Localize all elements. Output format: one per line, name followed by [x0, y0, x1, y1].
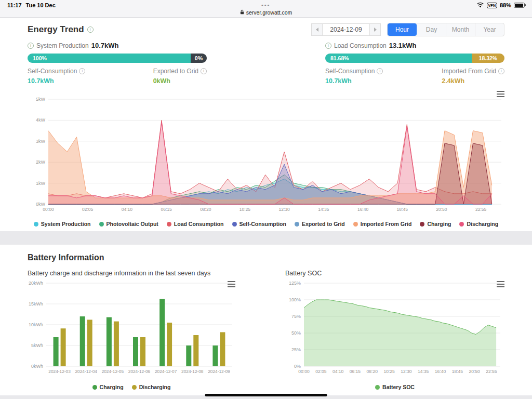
tab-overview-dots[interactable]: •••: [261, 3, 271, 8]
legend-label: Charging: [100, 384, 124, 390]
legend-label: Photovoltaic Output: [107, 221, 158, 227]
imported-from-grid-label: Imported From Grid: [442, 68, 496, 75]
legend-dot: [459, 222, 464, 227]
svg-text:00:00: 00:00: [43, 207, 54, 212]
legend-item-system-production[interactable]: System Production: [34, 221, 91, 227]
legend-dot: [295, 222, 299, 227]
date-pager: 2024-12-09: [311, 23, 381, 36]
progress-segment: 0%: [191, 54, 207, 63]
legend-item-load-consumption[interactable]: Load Consumption: [167, 221, 224, 227]
svg-text:2024-12-03: 2024-12-03: [48, 369, 71, 374]
info-icon[interactable]: [325, 43, 331, 49]
legend-label: System Production: [41, 221, 91, 227]
tab-year[interactable]: Year: [475, 23, 504, 36]
next-date-button[interactable]: [369, 23, 381, 36]
legend-item-charging[interactable]: Charging: [92, 384, 124, 390]
legend-label: Discharging: [139, 384, 171, 390]
legend-label: Load Consumption: [174, 221, 224, 227]
date-picker[interactable]: 2024-12-09: [323, 23, 369, 36]
tab-hour[interactable]: Hour: [388, 23, 417, 36]
info-icon[interactable]: [79, 68, 85, 74]
legend-dot: [375, 385, 380, 390]
consumption-value: 13.1kWh: [389, 42, 417, 49]
url-text: server.growatt.com: [246, 9, 292, 16]
self-consumption-value: 10.7kWh: [28, 77, 85, 85]
legend-item-self-consumption[interactable]: Self-Consumption: [232, 221, 286, 227]
legend-dot: [353, 222, 358, 227]
battery-charge-discharge-chart[interactable]: 0kWh5kWh10kWh15kWh20kWh2024-12-032024-12…: [28, 279, 235, 383]
tab-day[interactable]: Day: [417, 23, 446, 36]
battery-bar-chart-title: Battery charge and discharge information…: [28, 270, 235, 277]
svg-text:75%: 75%: [291, 314, 301, 319]
legend-label: Discharging: [467, 221, 498, 227]
legend-label: Battery SOC: [382, 384, 415, 390]
svg-text:22:55: 22:55: [486, 369, 497, 374]
svg-text:00:00: 00:00: [298, 369, 310, 374]
svg-text:18:45: 18:45: [452, 369, 463, 374]
svg-text:0kW: 0kW: [36, 202, 46, 207]
svg-text:5kWh: 5kWh: [31, 343, 43, 348]
svg-text:15kWh: 15kWh: [29, 301, 43, 307]
info-icon[interactable]: [87, 26, 94, 33]
self-consumption-value: 10.7kWh: [325, 77, 383, 85]
battery-soc-chart[interactable]: 0%25%50%75%100%125%00:0002:0504:1006:150…: [285, 279, 504, 383]
info-icon[interactable]: [28, 43, 34, 49]
svg-text:12:30: 12:30: [401, 369, 412, 374]
legend-item-photovoltaic-output[interactable]: Photovoltaic Output: [99, 221, 158, 227]
info-icon[interactable]: [201, 68, 207, 74]
chart-menu-icon[interactable]: [497, 91, 504, 97]
energy-trend-card: Energy Trend 2024-12-09 HourDayMonthYear…: [0, 18, 532, 231]
production-value: 10.7kWh: [91, 42, 119, 49]
legend-label: Exported to Grid: [302, 221, 345, 227]
energy-trend-chart[interactable]: 0kW1kW2kW3kW4kW5kW00:0002:0504:1006:1508…: [28, 93, 504, 220]
chart-menu-icon[interactable]: [497, 281, 504, 287]
battery-information-card: Battery Information Battery charge and d…: [0, 245, 532, 395]
prev-date-button[interactable]: [311, 23, 323, 36]
self-consumption-label: Self-Consumption: [325, 68, 375, 75]
safari-address-bar[interactable]: server.growatt.com: [0, 9, 532, 18]
battery-information-title: Battery Information: [28, 253, 504, 262]
battery-bar-legend: ChargingDischarging: [28, 384, 235, 390]
svg-text:22:55: 22:55: [475, 207, 487, 212]
svg-text:10kWh: 10kWh: [29, 322, 43, 327]
svg-text:06:15: 06:15: [161, 207, 172, 212]
legend-item-exported-to-grid[interactable]: Exported to Grid: [295, 221, 345, 227]
production-progress-bar: 100%0%: [28, 54, 207, 63]
progress-segment: 18.32%: [472, 54, 504, 63]
legend-item-imported-from-grid[interactable]: Imported From Grid: [353, 221, 412, 227]
production-label: System Production: [36, 42, 89, 49]
svg-text:0%: 0%: [294, 364, 301, 369]
legend-item-discharging[interactable]: Discharging: [459, 221, 498, 227]
svg-text:5kW: 5kW: [36, 97, 46, 102]
self-consumption-label: Self-Consumption: [28, 68, 77, 75]
legend-item-battery-soc[interactable]: Battery SOC: [375, 384, 415, 390]
legend-item-charging[interactable]: Charging: [420, 221, 451, 227]
status-bar: 11:17 Tue 10 Dec ••• VPN 88%: [0, 0, 532, 9]
legend-item-discharging[interactable]: Discharging: [132, 384, 171, 390]
home-indicator[interactable]: [205, 394, 327, 396]
status-date: Tue 10 Dec: [26, 2, 56, 8]
svg-text:20:50: 20:50: [469, 369, 480, 374]
consumption-stats: Load Consumption 13.1kWh 81.68%18.32% Se…: [325, 42, 504, 85]
svg-text:14:35: 14:35: [318, 207, 329, 212]
legend-dot: [232, 222, 237, 227]
energy-stats-row: System Production 10.7kWh 100%0% Self-Co…: [28, 42, 504, 85]
imported-from-grid-value: 2.4kWh: [442, 77, 504, 85]
legend-dot: [92, 385, 97, 390]
chart-menu-icon[interactable]: [228, 281, 235, 287]
svg-text:2024-12-04: 2024-12-04: [75, 369, 97, 374]
legend-dot: [99, 222, 104, 227]
svg-text:2024-12-07: 2024-12-07: [155, 369, 177, 374]
exported-to-grid-label: Exported to Grid: [153, 68, 198, 75]
legend-dot: [34, 222, 38, 227]
info-icon[interactable]: [377, 68, 383, 74]
svg-text:20kWh: 20kWh: [29, 281, 43, 286]
legend-label: Charging: [427, 221, 451, 227]
progress-segment: 81.68%: [325, 54, 472, 63]
legend-dot: [132, 385, 137, 390]
svg-text:16:40: 16:40: [357, 207, 369, 212]
legend-label: Self-Consumption: [240, 221, 286, 227]
info-icon[interactable]: [498, 68, 504, 74]
tab-month[interactable]: Month: [446, 23, 475, 36]
lock-icon: [240, 9, 244, 16]
